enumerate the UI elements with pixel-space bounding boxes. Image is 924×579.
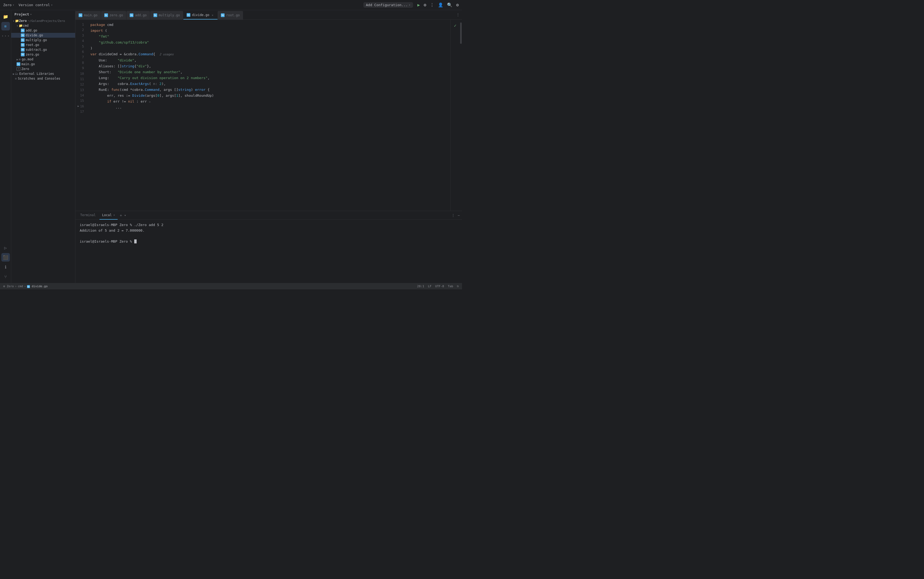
tree-item-zero-go[interactable]: Go zero.go <box>11 52 75 57</box>
add-terminal-icon[interactable]: + <box>120 213 122 218</box>
tab-bar: Go main.go Go zero.go Go add.go Go multi… <box>75 10 462 20</box>
settings2-icon[interactable]: ⚙ <box>456 2 459 8</box>
panel-more-icon[interactable]: ⋮ <box>451 213 455 218</box>
panel-tab-local-close[interactable]: ✕ <box>113 213 115 216</box>
tab-add-go[interactable]: Go add.go <box>126 11 150 20</box>
panel-minimize-icon[interactable]: − <box>458 213 460 218</box>
panel-actions: ⋮ − <box>451 213 460 218</box>
status-indent[interactable]: Tab <box>448 285 453 288</box>
sidebar-header: Project ▾ <box>11 10 75 18</box>
status-line-ending[interactable]: LF <box>428 285 431 288</box>
run-config-chevron: ▾ <box>409 3 410 7</box>
breadcrumb-zero[interactable]: ⚙ Zero <box>3 285 14 288</box>
activity-run-icon[interactable]: ▷ <box>1 244 10 252</box>
tab-main-go[interactable]: Go main.go <box>75 11 101 20</box>
check-icon: ✓ <box>454 23 457 28</box>
project-selector[interactable]: Zero ▾ <box>3 3 14 7</box>
tab-add-go-label: add.go <box>135 13 146 17</box>
tab-root-go[interactable]: Go root.go <box>218 11 243 20</box>
bottom-panel: Terminal Local ✕ + ▾ ⋮ − <box>75 211 462 283</box>
terminal-line-3: israel@Israels-MBP Zero % <box>80 239 458 244</box>
tree-item-go-mod[interactable]: ▶ ≡ go.mod <box>11 57 75 62</box>
tree-item-add-go[interactable]: Go add.go <box>11 28 75 33</box>
activity-git-icon[interactable]: ⑂ <box>1 272 10 281</box>
project-label: Zero <box>3 3 11 7</box>
activity-info-icon[interactable]: ℹ <box>1 263 10 271</box>
titlebar-actions: ▶ ⚙ ⋮ 👤 🔍 ⚙ <box>417 2 459 8</box>
editor: 1 2 3 4 5 6 7 8 9 10 11 12 13 14 15 ▶ <box>75 20 462 211</box>
activity-terminal-icon[interactable]: ⬛ <box>1 253 10 262</box>
tab-divide-go-close[interactable]: ✕ <box>211 13 214 17</box>
terminal-output-1: Addition of 5 and 2 = 7.000000. <box>80 229 145 232</box>
tree-item-divide-go[interactable]: Go divide.go <box>11 33 75 38</box>
tab-multiply-go[interactable]: Go multiply.go <box>150 11 183 20</box>
profile-icon[interactable]: 👤 <box>438 2 443 8</box>
terminal-line-2: Addition of 5 and 2 = 7.000000. <box>80 228 458 234</box>
tab-zero-go[interactable]: Go zero.go <box>101 11 127 20</box>
terminal-content[interactable]: israel@Israels-MBP Zero % ./Zero add 5 2… <box>75 220 462 283</box>
tab-divide-go-label: divide.go <box>192 13 209 17</box>
activity-bar: 📁 ⊞ ··· ▷ ⬛ ℹ ⑂ <box>0 10 11 283</box>
terminal-prompt-1: israel@Israels-MBP Zero % ./Zero add 5 2 <box>80 223 163 227</box>
activity-folder-icon[interactable]: 📁 <box>1 12 10 21</box>
status-right: 28:1 LF UTF-8 Tab ⎋ <box>417 284 459 288</box>
tab-multiply-go-label: multiply.go <box>159 13 180 17</box>
settings-icon[interactable]: ⚙ <box>424 2 426 8</box>
status-position[interactable]: 28:1 <box>417 285 424 288</box>
panel-tab-local-label: Local <box>102 213 112 217</box>
terminal-prompt-2: israel@Israels-MBP Zero % <box>80 239 134 244</box>
breadcrumb-divide-go[interactable]: Go divide.go <box>27 285 48 288</box>
right-gutter: ✓ <box>450 20 460 211</box>
activity-more-icon[interactable]: ··· <box>1 31 10 40</box>
search-icon[interactable]: 🔍 <box>447 2 452 8</box>
status-breadcrumb: ⚙ Zero › cmd › Go divide.go <box>3 285 48 288</box>
tab-divide-go[interactable]: Go divide.go ✕ <box>183 11 218 20</box>
tree-item-subtract-go[interactable]: Go subtract.go <box>11 47 75 52</box>
more-actions-icon[interactable]: ⋮ <box>430 2 434 8</box>
sidebar-chevron: ▾ <box>30 13 32 16</box>
project-chevron: ▾ <box>13 3 14 7</box>
breadcrumb-cmd[interactable]: cmd <box>18 285 23 288</box>
terminal-dropdown-icon[interactable]: ▾ <box>124 213 126 217</box>
fold-icon-16[interactable]: ▶ <box>77 104 79 108</box>
tree-item-zero-binary[interactable]: Z Zero <box>11 67 75 71</box>
vcs-label: Version control <box>18 3 50 7</box>
breadcrumb-sep2: › <box>24 285 26 288</box>
tree-item-cmd[interactable]: ▾ 📁 cmd <box>11 23 75 28</box>
run-config-selector[interactable]: Add Configuration... ▾ <box>363 2 413 8</box>
editor-scrollbar[interactable] <box>460 20 462 211</box>
vcs-selector[interactable]: Version control ▾ <box>18 3 52 7</box>
sidebar: Project ▾ ▾ 📁 Zero ~/GolandProjects/Zero… <box>11 10 75 283</box>
activity-structure-icon[interactable]: ⊞ <box>1 22 10 31</box>
terminal-cursor <box>134 239 137 244</box>
panel-tab-terminal[interactable]: Terminal <box>77 211 98 220</box>
breadcrumb-sep1: › <box>15 285 17 288</box>
run-config-label: Add Configuration... <box>366 3 408 7</box>
terminal-blank-line <box>80 234 458 239</box>
terminal-line-1: israel@Israels-MBP Zero % ./Zero add 5 2 <box>80 222 458 228</box>
tree-item-external-libs[interactable]: ▶ 🗂 External Libraries <box>11 71 75 76</box>
run-button[interactable]: ▶ <box>417 2 420 8</box>
main-layout: 📁 ⊞ ··· ▷ ⬛ ℹ ⑂ Project ▾ ▾ 📁 Zero ~/Gol… <box>0 10 462 283</box>
panel-tabs: Terminal Local ✕ + ▾ ⋮ − <box>75 211 462 220</box>
tab-bar-actions: ⋮ <box>454 10 462 20</box>
tree-item-main-go[interactable]: Go main.go <box>11 62 75 67</box>
tree-item-multiply-go[interactable]: Go multiply.go <box>11 38 75 43</box>
tree-item-zero-root[interactable]: ▾ 📁 Zero ~/GolandProjects/Zero <box>11 18 75 23</box>
status-encoding[interactable]: UTF-8 <box>435 285 444 288</box>
tab-main-go-label: main.go <box>84 13 98 17</box>
tree-item-scratches[interactable]: ▶ ≡ Scratches and Consoles <box>11 76 75 81</box>
tab-options-icon[interactable]: ⋮ <box>456 13 460 17</box>
sidebar-title: Project <box>15 12 29 16</box>
panel-tab-terminal-label: Terminal <box>80 213 96 217</box>
line-numbers: 1 2 3 4 5 6 7 8 9 10 11 12 13 14 15 ▶ <box>75 20 87 211</box>
status-bar: ⚙ Zero › cmd › Go divide.go 28:1 LF UTF-… <box>0 283 462 290</box>
tree-item-root-go[interactable]: Go root.go <box>11 43 75 47</box>
status-share-icon[interactable]: ⎋ <box>457 284 459 288</box>
titlebar: Zero ▾ Version control ▾ Add Configurati… <box>0 0 462 10</box>
tab-zero-go-label: zero.go <box>110 13 123 17</box>
panel-tab-local[interactable]: Local ✕ <box>100 211 118 220</box>
tab-root-go-label: root.go <box>226 13 240 17</box>
vcs-chevron: ▾ <box>51 3 52 7</box>
code-editor[interactable]: package cmd import ( "fmt" "github.com/s… <box>87 20 450 211</box>
